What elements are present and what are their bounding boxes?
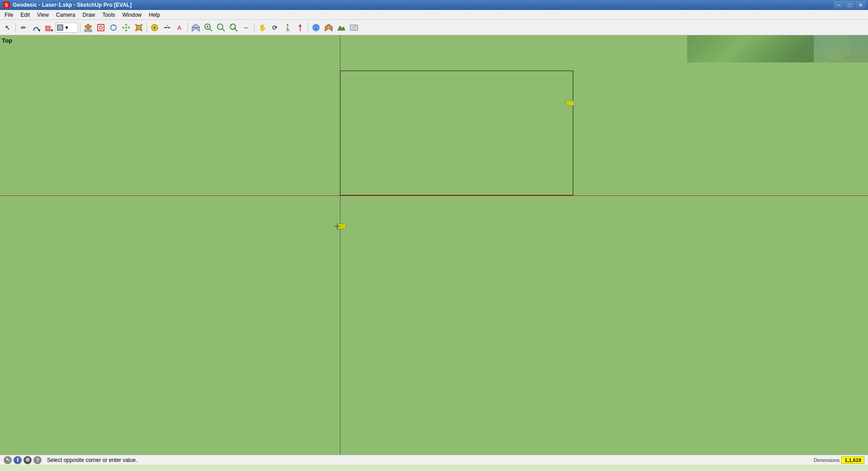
svg-line-32	[222, 29, 225, 31]
menu-bar: File Edit View Camera Draw Tools Window …	[0, 10, 868, 20]
svg-text:A: A	[177, 24, 182, 31]
scale-button[interactable]	[133, 22, 145, 33]
status-icon-help[interactable]: ℹ	[14, 456, 22, 464]
rotate-button[interactable]	[108, 22, 119, 33]
svg-rect-1	[57, 25, 63, 30]
push-pull-button[interactable]	[82, 22, 94, 33]
svg-marker-3	[85, 29, 92, 32]
zoom-extents-button[interactable]	[228, 22, 240, 33]
pan-button[interactable]: ✋	[256, 22, 268, 33]
status-icon-3[interactable]: ⚙	[24, 456, 32, 464]
viewport-label: Top	[2, 37, 12, 44]
pencil-tool-button[interactable]: ✏	[18, 22, 29, 33]
svg-marker-21	[164, 27, 166, 29]
tape-measure-button[interactable]	[149, 22, 160, 33]
dimensions-value[interactable]: 1,1,618	[841, 457, 864, 464]
svg-marker-22	[169, 27, 170, 29]
toolbar-separator-2	[80, 23, 80, 33]
orbit-button[interactable]: ⟳	[269, 22, 281, 33]
maximize-button[interactable]: □	[844, 1, 854, 9]
style-dropdown[interactable]: ▼	[56, 23, 78, 33]
svg-point-34	[230, 24, 236, 29]
section-plane-button[interactable]	[190, 22, 202, 33]
status-icon-info[interactable]: ↖	[4, 456, 12, 464]
status-message: Select opposite corner or enter value.	[47, 457, 814, 463]
offset-button[interactable]	[95, 22, 107, 33]
endpoint-marker-top-right	[566, 100, 574, 106]
app-icon: S	[3, 1, 10, 9]
svg-rect-14	[135, 24, 137, 26]
background-decoration	[687, 35, 868, 62]
move-button[interactable]	[120, 22, 132, 33]
svg-marker-10	[122, 26, 124, 29]
walk-button[interactable]: 🚶	[282, 22, 293, 33]
horizontal-axis-line	[0, 195, 868, 196]
svg-line-35	[235, 29, 237, 31]
svg-rect-4	[98, 24, 104, 31]
menu-view[interactable]: View	[33, 10, 52, 19]
google-earth-button[interactable]	[310, 22, 322, 33]
svg-rect-15	[141, 24, 142, 26]
toolbar-separator-6	[308, 23, 308, 33]
svg-marker-11	[128, 26, 130, 29]
svg-rect-16	[135, 29, 137, 31]
svg-point-12	[125, 27, 127, 29]
svg-rect-5	[99, 26, 102, 29]
svg-marker-45	[338, 26, 345, 30]
toolbar-separator-3	[146, 23, 147, 33]
titlebar-controls[interactable]: ─ □ ✕	[834, 1, 865, 9]
toolbar-separator-5	[254, 23, 255, 33]
window-title: Geodesic - Laser-1.skp - SketchUp Pro [E…	[13, 2, 132, 8]
svg-point-47	[352, 26, 356, 29]
svg-marker-9	[125, 30, 127, 32]
svg-point-19	[153, 26, 156, 29]
arc-tool-button[interactable]: ▼	[30, 22, 42, 33]
dimensions-label: Dimensions	[814, 457, 840, 463]
svg-marker-2	[85, 24, 92, 29]
dimension-tool-button[interactable]: A	[161, 22, 173, 33]
svg-rect-51	[814, 35, 868, 62]
toggle-terrain-button[interactable]	[335, 22, 347, 33]
endpoint-marker-cursor	[338, 224, 346, 229]
select-tool-button[interactable]: ↖	[2, 22, 14, 33]
toolbar: ↖ ✏ ▼ ▼ ▼	[0, 20, 868, 35]
title-bar: S Geodesic - Laser-1.skp - SketchUp Pro …	[0, 0, 868, 10]
rectangle-drawing	[340, 71, 573, 195]
status-bar: ↖ ℹ ⚙ ? Select opposite corner or enter …	[0, 455, 868, 465]
zoom-window-button[interactable]	[215, 22, 227, 33]
svg-marker-36	[231, 25, 233, 27]
menu-tools[interactable]: Tools	[99, 10, 119, 19]
menu-file[interactable]: File	[1, 10, 17, 19]
svg-text:+: +	[327, 25, 330, 30]
menu-help[interactable]: Help	[145, 10, 164, 19]
close-button[interactable]: ✕	[855, 1, 865, 9]
look-around-button[interactable]	[294, 22, 306, 33]
svg-point-31	[217, 24, 223, 29]
svg-point-48	[355, 25, 357, 27]
svg-marker-38	[298, 24, 302, 27]
text-tool-button[interactable]: A	[174, 22, 186, 33]
zoom-tool-button[interactable]	[203, 22, 214, 33]
svg-line-28	[210, 29, 212, 31]
svg-text:A: A	[166, 24, 168, 27]
status-icon-4[interactable]: ?	[33, 456, 42, 464]
menu-draw[interactable]: Draw	[79, 10, 99, 19]
menu-camera[interactable]: Camera	[52, 10, 79, 19]
canvas-viewport[interactable]: Top ↖ ℹ ⚙ ? Select opposite corner or en…	[0, 35, 868, 465]
previous-view-button[interactable]: ←	[241, 22, 252, 33]
menu-window[interactable]: Window	[119, 10, 146, 19]
svg-marker-8	[125, 24, 127, 25]
svg-rect-13	[137, 25, 141, 30]
status-icons: ↖ ℹ ⚙ ?	[4, 456, 42, 464]
svg-rect-33	[218, 24, 222, 29]
svg-marker-37	[233, 27, 235, 29]
add-location-button[interactable]: +	[323, 22, 335, 33]
shapes-tool-button[interactable]: ▼	[43, 22, 55, 33]
minimize-button[interactable]: ─	[834, 1, 844, 9]
svg-rect-0	[46, 26, 50, 31]
toolbar-separator-4	[188, 23, 188, 33]
svg-rect-17	[141, 29, 142, 31]
menu-edit[interactable]: Edit	[17, 10, 33, 19]
titlebar-left: S Geodesic - Laser-1.skp - SketchUp Pro …	[3, 1, 132, 9]
photo-textures-button[interactable]	[348, 22, 360, 33]
